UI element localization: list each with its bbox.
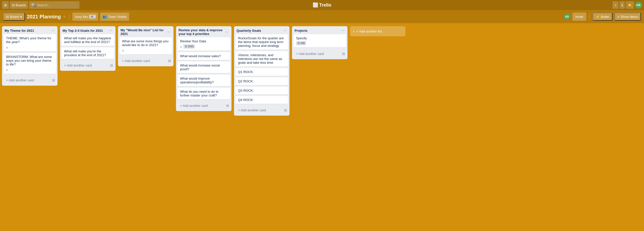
list-nice-list: My "Would Be nice" List for 2021 ··· Wha…: [118, 26, 173, 66]
visibility-pill[interactable]: 👥 Team Visible: [100, 13, 129, 21]
checklist-badge: ☑ 0/33: [183, 44, 195, 49]
card[interactable]: Review Your Data≡☑ 0/33: [178, 37, 230, 51]
card-meta: ☑ 0/9: [296, 41, 343, 45]
add-list-button[interactable]: + + Add another list: [350, 26, 405, 36]
search-icon: 🔍: [31, 3, 36, 8]
card[interactable]: BRAINSTORM: What are some ways you can b…: [4, 53, 56, 74]
card[interactable]: Q3 ROCK:: [236, 87, 288, 94]
list-top-goals: My Top 2-3 Goals for 2021 ··· What will …: [60, 26, 115, 71]
boards-button[interactable]: ⊟ Boards: [10, 1, 28, 9]
list-cards-nice-list: What are some more things you would like…: [118, 37, 173, 56]
template-icon[interactable]: ⊟: [109, 63, 114, 68]
divider2: [589, 14, 590, 20]
card[interactable]: What would increase sales?: [178, 52, 230, 60]
list-menu-button[interactable]: ···: [109, 28, 113, 33]
add-card-button[interactable]: + Add another card: [62, 61, 94, 69]
card-meta: ≡: [6, 67, 53, 72]
description-icon: ≡: [180, 45, 182, 49]
add-card-row-top-goals: + Add another card ⊟: [60, 60, 115, 71]
workspace-pill[interactable]: Ivory Mix BC: [72, 13, 98, 21]
info-button[interactable]: ℹ: [620, 1, 625, 9]
list-cards-review-data: Review Your Data≡☑ 0/33What would increa…: [176, 37, 231, 101]
card[interactable]: What would increase social proof?: [178, 61, 230, 73]
board-menu-button[interactable]: ⊟ Board ▾: [3, 13, 25, 21]
list-menu-button[interactable]: ···: [51, 28, 55, 33]
list-cards-my-theme: THEME: What's your theme for the year?≡B…: [2, 34, 57, 75]
visibility-label: Team Visible: [108, 15, 126, 19]
card-text: Q4 ROCK:: [238, 98, 254, 102]
list-title: Quarterly Goals: [237, 29, 283, 32]
card-text: What would increase sales?: [180, 54, 221, 58]
list-quarterly-goals: Quarterly Goals ··· Rocks/Goals for the …: [234, 26, 289, 116]
card[interactable]: THEME: What's your theme for the year?≡: [4, 34, 56, 51]
search-input[interactable]: [37, 3, 77, 7]
card[interactable]: Q4 ROCK:: [236, 96, 288, 104]
list-title: Projects: [295, 29, 341, 32]
list-menu-button[interactable]: ···: [341, 28, 345, 33]
card[interactable]: Q2 ROCK:: [236, 77, 288, 85]
add-card-button[interactable]: + Add another card: [4, 76, 36, 84]
list-cards-quarterly-goals: Rocks/Goals for the quarter are the item…: [234, 34, 289, 105]
list-header-projects: Projects ···: [292, 26, 347, 34]
card-text: What will make you the happiest and fulf…: [64, 36, 111, 44]
plus-icon: +: [353, 29, 355, 33]
search-box[interactable]: 🔍: [29, 1, 79, 9]
card-meta: ≡: [6, 45, 53, 49]
star-button[interactable]: ☆: [63, 14, 66, 19]
list-header-top-goals: My Top 2-3 Goals for 2021 ···: [60, 26, 115, 34]
dropdown-icon: ▾: [20, 15, 22, 19]
card-text: Q3 ROCK:: [238, 89, 254, 92]
list-menu-button[interactable]: ···: [167, 30, 171, 34]
template-icon[interactable]: ⊟: [341, 51, 346, 56]
boards-icon: ⊟: [12, 3, 15, 7]
list-cards-top-goals: What will make you the happiest and fulf…: [60, 34, 115, 60]
boards-label: Boards: [16, 3, 26, 7]
card[interactable]: What will make you the happiest and fulf…: [62, 34, 114, 46]
nav-right: + ℹ 🔔 KB: [612, 1, 642, 9]
divider: [69, 14, 69, 20]
visibility-icon: 👥: [103, 15, 107, 19]
card[interactable]: What do you need to do to further master…: [178, 88, 230, 99]
show-menu-button[interactable]: ≡ Show Menu: [614, 13, 641, 21]
add-card-button[interactable]: + Add another card: [120, 57, 152, 65]
butler-icon: ⚡: [596, 15, 600, 19]
template-icon[interactable]: ⊟: [51, 78, 56, 83]
add-card-button[interactable]: + Add another card: [178, 102, 210, 110]
card-text: What do you need to do to further master…: [180, 90, 219, 97]
template-icon[interactable]: ⊟: [167, 58, 172, 63]
board-icon: ⊟: [6, 15, 9, 19]
workspace-name: Ivory Mix: [75, 15, 88, 19]
list-menu-button[interactable]: ···: [283, 28, 287, 33]
invite-button[interactable]: Invite: [572, 13, 586, 21]
add-card-button[interactable]: + Add another card: [236, 106, 268, 114]
add-card-row-projects: + Add another card ⊟: [292, 49, 347, 59]
menu-icon: ≡: [618, 15, 620, 19]
card[interactable]: What are some more things you would like…: [120, 37, 172, 54]
card[interactable]: Rocks/Goals for the quarter are the item…: [236, 34, 288, 50]
member-avatar[interactable]: KB: [564, 13, 570, 20]
card[interactable]: Visions, milestones, and Intentions are …: [236, 51, 288, 67]
home-button[interactable]: ⊞: [2, 1, 9, 9]
add-card-button[interactable]: + Add another card: [294, 50, 326, 58]
card[interactable]: What would improve operations/profitabil…: [178, 75, 230, 86]
member-initials: KB: [565, 15, 569, 18]
template-icon[interactable]: ⊟: [225, 103, 230, 108]
card[interactable]: What will make you're the proudest at th…: [62, 47, 114, 59]
trello-icon: ⬜: [313, 2, 318, 8]
list-review-data: Review your data & improve your top 4 pr…: [176, 26, 231, 111]
list-title: Review your data & improve your top 4 pr…: [179, 28, 225, 36]
butler-button[interactable]: ⚡ Butler: [593, 13, 612, 21]
list-header-nice-list: My "Would Be nice" List for 2021 ···: [118, 26, 173, 37]
card-meta: ≡: [122, 48, 169, 52]
workspace-badge: BC: [89, 15, 96, 18]
card[interactable]: Q1 ROCK:: [236, 68, 288, 76]
notifications-button[interactable]: 🔔: [626, 1, 634, 9]
add-button[interactable]: +: [612, 1, 619, 9]
list-cards-projects: Specify☑ 0/9: [292, 34, 347, 49]
card-meta: ≡☑ 0/33: [180, 44, 227, 49]
card[interactable]: Specify☑ 0/9: [294, 34, 346, 47]
list-menu-button[interactable]: ···: [225, 30, 229, 34]
avatar[interactable]: KB: [635, 2, 642, 9]
add-card-row-quarterly-goals: + Add another card ⊟: [234, 105, 289, 116]
template-icon[interactable]: ⊟: [283, 108, 288, 113]
